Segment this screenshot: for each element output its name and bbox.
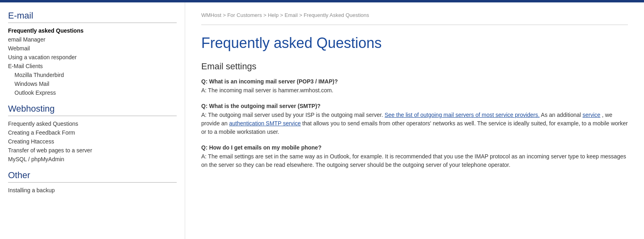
sidebar-other-title: Other (8, 170, 177, 181)
breadcrumb-faq[interactable]: Frequently Asked Questions (303, 12, 369, 18)
page-title: Frequently asked Questions (201, 35, 628, 52)
link-service[interactable]: service (582, 112, 600, 118)
link-outgoing-servers[interactable]: See the list of outgoing mail servers of… (385, 112, 540, 118)
answer-3: A: The email settings are set in the sam… (201, 152, 628, 169)
sidebar-item-mysql[interactable]: MySQL / phpMyAdmin (8, 155, 177, 164)
sidebar-item-email-manager[interactable]: email Manager (8, 35, 177, 44)
section-heading-email-settings: Email settings (201, 61, 628, 72)
content-area: WMHost > For Customers > Help > Email > … (185, 2, 644, 239)
question-1: Q: What is an incoming mail server (POP3… (201, 78, 628, 85)
sidebar-item-mozilla-thunderbird[interactable]: Mozilla Thunderbird (8, 71, 177, 79)
qa-block-3: Q: How do I get emails on my mobile phon… (201, 144, 628, 169)
sidebar-item-windows-mail[interactable]: Windows Mail (8, 79, 177, 88)
sidebar-item-feedback-form[interactable]: Creating a Feedback Form (8, 128, 177, 137)
answer-1: A: The incoming mail server is hammer.wm… (201, 86, 628, 95)
sidebar-email-divider (8, 23, 177, 23)
main-content: WMHost > For Customers > Help > Email > … (185, 2, 644, 239)
sidebar-item-vacation-responder[interactable]: Using a vacation responder (8, 53, 177, 62)
breadcrumb-wmhost[interactable]: WMHost (201, 12, 221, 18)
qa-block-2: Q: What is the outgoing mail server (SMT… (201, 103, 628, 136)
question-2: Q: What is the outgoing mail server (SMT… (201, 103, 628, 109)
sidebar-item-htaccess[interactable]: Creating Htaccess (8, 137, 177, 146)
breadcrumb-email[interactable]: Email (285, 12, 298, 18)
sidebar-section-email: E-mail Frequently asked Questions email … (8, 10, 177, 97)
sidebar-item-webmail[interactable]: Webmail (8, 44, 177, 53)
sidebar-webhosting-divider (8, 116, 177, 116)
sidebar-other-divider (8, 182, 177, 183)
sidebar-item-transfer-web-pages[interactable]: Transfer of web pages to a server (8, 146, 177, 155)
breadcrumb: WMHost > For Customers > Help > Email > … (201, 12, 628, 25)
sidebar-email-title: E-mail (8, 10, 177, 21)
link-smtp-service[interactable]: authentication SMTP service (229, 120, 301, 127)
qa-block-1: Q: What is an incoming mail server (POP3… (201, 78, 628, 95)
answer-2: A: The outgoing mail server used by your… (201, 111, 628, 136)
sidebar-item-installing-backup[interactable]: Installing a backup (8, 186, 177, 195)
sidebar-item-email-faq[interactable]: Frequently asked Questions (8, 26, 177, 35)
sidebar: E-mail Frequently asked Questions email … (0, 2, 185, 239)
sidebar-item-outlook-express[interactable]: Outlook Express (8, 88, 177, 97)
breadcrumb-for-customers[interactable]: For Customers (227, 12, 262, 18)
sidebar-item-email-clients[interactable]: E-Mail Clients (8, 62, 177, 71)
top-bar (0, 0, 644, 2)
sidebar-section-webhosting: Webhosting Frequently asked Questions Cr… (8, 104, 177, 164)
sidebar-section-other: Other Installing a backup (8, 170, 177, 195)
question-3: Q: How do I get emails on my mobile phon… (201, 144, 628, 151)
sidebar-item-webhosting-faq[interactable]: Frequently asked Questions (8, 119, 177, 128)
breadcrumb-help[interactable]: Help (268, 12, 279, 18)
sidebar-webhosting-title: Webhosting (8, 104, 177, 114)
